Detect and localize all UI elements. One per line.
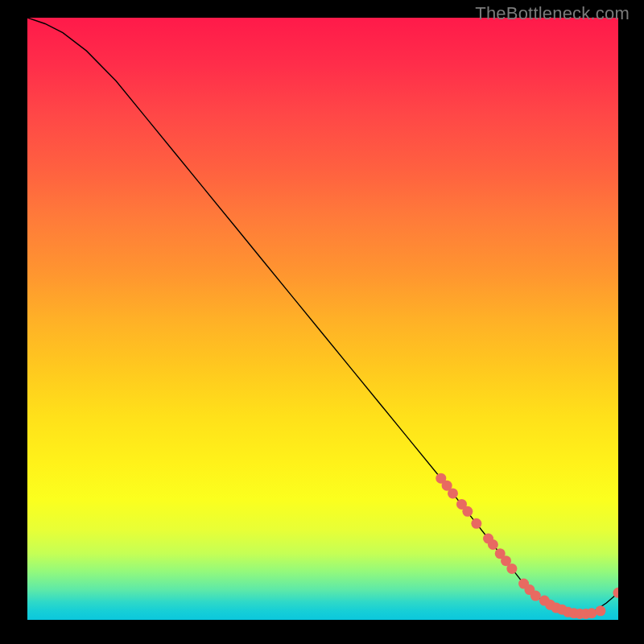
data-marker [448,488,458,498]
data-marker [462,506,473,517]
chart-plot-area [27,18,618,620]
data-marker [488,539,498,550]
curve-line [27,18,618,614]
watermark-text: TheBottleneck.com [475,3,630,24]
data-marker [595,605,605,616]
chart-svg [27,18,618,620]
data-marker [506,564,517,574]
marker-group [436,473,618,619]
data-marker [530,591,541,601]
data-marker [471,518,481,529]
data-marker [586,608,597,618]
